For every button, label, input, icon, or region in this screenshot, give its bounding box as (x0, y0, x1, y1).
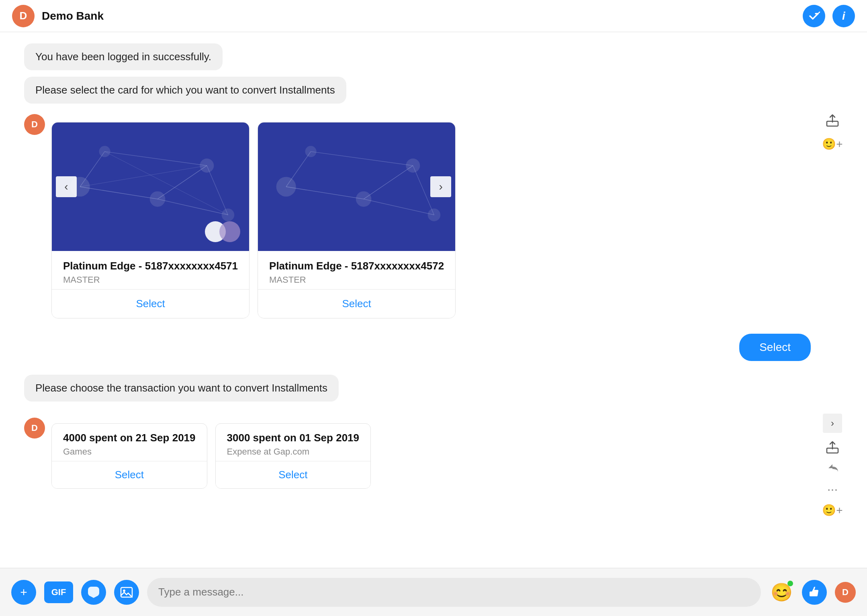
info-button[interactable]: i (832, 5, 855, 27)
svg-point-18 (428, 208, 441, 221)
message-bubble-trans: Please choose the transaction you want t… (24, 375, 339, 402)
trans-select-button-2[interactable]: Select (216, 461, 371, 488)
check-button[interactable] (803, 5, 825, 27)
card-item-2: › (258, 122, 456, 318)
trans-item-2: 3000 spent on 01 Sep 2019 Expense at Gap… (215, 423, 371, 489)
card-name-1: Platinum Edge - 5187xxxxxxxx4571 (63, 260, 238, 272)
svg-point-28 (123, 589, 125, 592)
trans-user-row: D 4000 spent on 21 Sep 2019 Games Select (24, 418, 816, 494)
trans-reply-icon[interactable] (822, 458, 843, 479)
trans-amount-1: 4000 spent on 21 Sep 2019 (63, 432, 196, 444)
like-button[interactable] (802, 580, 827, 605)
card-select-button-2[interactable]: Select (258, 289, 455, 318)
trans-detail-2: Expense at Gap.com (227, 447, 360, 457)
right-user-avatar: D (835, 582, 856, 603)
share-icon[interactable] (822, 110, 843, 131)
trans-select-button-1[interactable]: Select (52, 461, 207, 488)
trans-info-2: 3000 spent on 01 Sep 2019 Expense at Gap… (216, 424, 371, 461)
card-select-button-1[interactable]: Select (52, 289, 249, 318)
svg-line-10 (105, 151, 207, 165)
card-info-1: Platinum Edge - 5187xxxxxxxx4571 MASTER (52, 251, 249, 289)
cards-main: D ‹ (24, 110, 816, 326)
svg-line-0 (819, 12, 820, 13)
card-type-2: MASTER (269, 275, 444, 285)
user-avatar-trans: D (24, 418, 45, 439)
cards-user-row: D ‹ (24, 114, 816, 322)
select-pill-button[interactable]: Select (739, 334, 811, 361)
message-bubble-select-card: Please select the card for which you wan… (24, 77, 346, 104)
svg-point-17 (305, 146, 317, 157)
svg-point-4 (99, 146, 110, 157)
svg-line-6 (80, 187, 157, 199)
svg-point-14 (276, 177, 296, 196)
bottom-toolbar: + GIF 😊 D (0, 568, 867, 616)
sticker-button[interactable] (81, 580, 106, 605)
card-next-arrow[interactable]: › (430, 176, 451, 197)
transactions-section: D 4000 spent on 21 Sep 2019 Games Select (24, 414, 843, 517)
message-input[interactable] (147, 578, 761, 607)
svg-line-7 (80, 151, 104, 187)
trans-amount-2: 3000 spent on 01 Sep 2019 (227, 432, 360, 444)
header-icons: i (803, 5, 855, 27)
svg-line-20 (286, 151, 311, 187)
image-button[interactable] (114, 580, 139, 605)
trans-more-icon[interactable]: ··· (822, 479, 843, 500)
card-visual-2: › (258, 122, 455, 251)
trans-item-1: 4000 spent on 21 Sep 2019 Games Select (51, 423, 207, 489)
card-type-1: MASTER (63, 275, 238, 285)
trans-section-side: › ··· 🙂+ (822, 414, 843, 517)
plus-button[interactable]: + (11, 580, 36, 605)
header-title: Demo Bank (42, 10, 803, 22)
select-pill-row: Select (24, 330, 811, 365)
online-dot (787, 581, 793, 586)
svg-line-19 (286, 187, 364, 199)
gif-button[interactable]: GIF (44, 581, 73, 603)
svg-line-9 (157, 199, 228, 215)
cards-list: ‹ (51, 122, 456, 318)
svg-line-21 (364, 165, 413, 199)
cards-section: D ‹ (24, 110, 843, 326)
header-avatar: D (12, 5, 35, 27)
trans-detail-1: Games (63, 447, 196, 457)
card-name-2: Platinum Edge - 5187xxxxxxxx4572 (269, 260, 444, 272)
user-avatar-cards: D (24, 114, 45, 135)
svg-line-11 (207, 165, 228, 215)
trans-main: D 4000 spent on 21 Sep 2019 Games Select (24, 414, 816, 498)
svg-line-22 (364, 199, 434, 215)
svg-line-12 (80, 165, 207, 187)
chat-area: You have been logged in successfully. Pl… (0, 32, 867, 586)
card-visual-1: ‹ (52, 122, 249, 251)
trans-nav-arrow[interactable]: › (823, 414, 842, 433)
app-header: D Demo Bank i (0, 0, 867, 32)
message-bubble-login: You have been logged in successfully. (24, 43, 223, 70)
emoji-add-icon[interactable]: 🙂+ (822, 137, 842, 151)
card-info-2: Platinum Edge - 5187xxxxxxxx4572 MASTER (258, 251, 455, 289)
card-decoration-svg-2 (258, 122, 455, 251)
svg-line-23 (311, 151, 413, 165)
trans-share-icon[interactable] (822, 437, 843, 458)
mastercard-logo-1 (205, 221, 240, 242)
transactions-list: 4000 spent on 21 Sep 2019 Games Select 3… (51, 423, 371, 489)
emoji-button[interactable]: 😊 (769, 580, 794, 605)
card-prev-arrow[interactable]: ‹ (56, 176, 77, 197)
card-section-side: 🙂+ (822, 110, 843, 151)
card-item-1: ‹ (51, 122, 249, 318)
trans-info-1: 4000 spent on 21 Sep 2019 Games (52, 424, 207, 461)
trans-emoji-add[interactable]: 🙂+ (822, 504, 842, 517)
